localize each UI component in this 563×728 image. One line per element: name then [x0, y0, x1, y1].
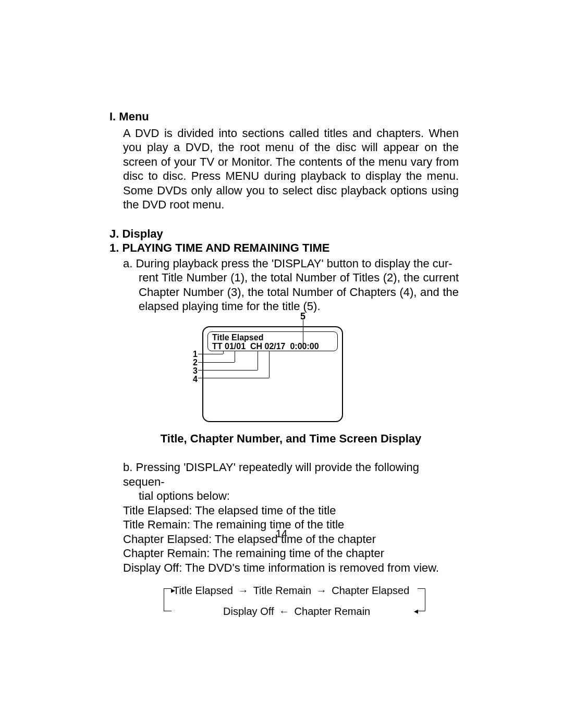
option-title-elapsed: Title Elapsed: The elapsed time of the t… — [123, 503, 459, 518]
cycle-title-elapsed: Title Elapsed — [173, 585, 233, 596]
cycle-chapter-elapsed: Chapter Elapsed — [332, 585, 409, 596]
item-b: b. Pressing 'DISPLAY' repeatedly will pr… — [123, 460, 459, 503]
arrow-left-icon: ← — [277, 605, 291, 618]
arrow-right-icon: → — [314, 584, 329, 597]
callout-2-leader-v — [235, 351, 235, 362]
callout-3-leader-h — [198, 370, 258, 371]
display-cycle-diagram: ▸ ◂ Title Elapsed → Title Remain → Chapt… — [162, 582, 427, 624]
section-j-heading: J. Display 1. PLAYING TIME AND REMAINING… — [109, 227, 459, 255]
option-display-off: Display Off: The DVD's time information … — [123, 561, 459, 575]
callout-2-label: 2 — [193, 359, 198, 367]
cycle-title-remain: Title Remain — [253, 585, 312, 596]
page-number: 14 — [0, 527, 563, 540]
cycle-right-bracket — [418, 588, 425, 611]
left-callout-numbers: 1 2 3 4 — [193, 350, 198, 384]
arrow-left-icon: ◂ — [414, 607, 418, 615]
callout-4-leader-h — [198, 378, 269, 378]
osd-box: Title Elapsed TT 01/01 CH 02/17 0:00:00 — [207, 331, 338, 351]
manual-page: I. Menu A DVD is divided into sections c… — [0, 0, 563, 728]
section-j-sub1-heading: 1. PLAYING TIME AND REMAINING TIME — [109, 241, 330, 254]
item-a: a. During playback press the 'DISPLAY' b… — [123, 256, 459, 314]
arrow-right-icon: → — [236, 584, 250, 597]
callout-4-label: 4 — [193, 375, 198, 384]
section-j-heading-text: J. Display — [109, 227, 163, 240]
callout-2-leader-h — [198, 362, 235, 363]
cycle-row-1: Title Elapsed → Title Remain → Chapter E… — [173, 584, 409, 597]
osd-figure-caption: Title, Chapter Number, and Time Screen D… — [123, 431, 459, 446]
osd-status-line: TT 01/01 CH 02/17 0:00:00 — [212, 342, 334, 351]
cycle-row-2: Display Off ← Chapter Remain — [223, 605, 370, 618]
osd-figure: 5 Title Elapsed TT 01/01 CH 02/17 0:00:0… — [193, 311, 412, 425]
osd-title-elapsed: Title Elapsed — [212, 333, 334, 342]
callout-1-leader-h — [198, 354, 223, 354]
cycle-chapter-remain: Chapter Remain — [295, 606, 371, 617]
callout-1-label: 1 — [193, 350, 198, 359]
item-b-rest: tial options below: — [139, 489, 459, 503]
item-a-rest: rent Title Number (1), the total Number … — [139, 270, 459, 314]
section-i-heading: I. Menu — [109, 109, 459, 124]
section-i-body: A DVD is divided into sections called ti… — [123, 126, 459, 212]
option-chapter-remain: Chapter Remain: The remaining time of th… — [123, 546, 459, 561]
callout-1-leader-v — [223, 351, 224, 354]
cycle-left-bracket — [164, 588, 172, 611]
callout-3-leader-v — [258, 351, 258, 370]
item-b-first-line: b. Pressing 'DISPLAY' repeatedly will pr… — [123, 461, 419, 488]
item-a-first-line: a. During playback press the 'DISPLAY' b… — [123, 257, 452, 270]
callout-3-label: 3 — [193, 367, 198, 375]
callout-4-leader-v — [269, 351, 270, 378]
cycle-display-off: Display Off — [223, 606, 274, 617]
